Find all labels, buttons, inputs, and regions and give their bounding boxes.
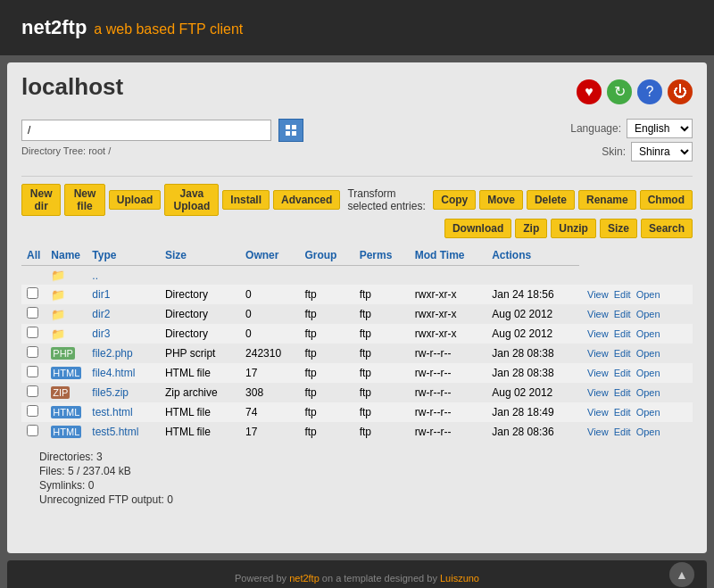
- row-checkbox[interactable]: [27, 287, 38, 299]
- action-edit-link[interactable]: Edit: [614, 368, 631, 378]
- action-open-link[interactable]: Open: [636, 407, 660, 418]
- row-icon-cell: 📁: [46, 266, 87, 286]
- action-edit-link[interactable]: Edit: [614, 427, 631, 437]
- action-edit-link[interactable]: Edit: [614, 387, 631, 398]
- language-select[interactable]: English French German: [627, 119, 693, 138]
- row-group-cell: ftp: [354, 304, 410, 324]
- file-table: All Name Type Size Owner Group Perms Mod…: [21, 245, 693, 442]
- col-name[interactable]: Name: [46, 245, 87, 266]
- action-view-link[interactable]: View: [587, 309, 609, 319]
- table-row: HTML test.html HTML file 74 ftp ftp rw-r…: [21, 402, 693, 422]
- file-link[interactable]: test.html: [92, 406, 132, 418]
- action-edit-link[interactable]: Edit: [614, 309, 631, 319]
- action-view-link[interactable]: View: [587, 427, 609, 437]
- row-icon-cell: 📁: [46, 324, 87, 344]
- action-open-link[interactable]: Open: [636, 427, 660, 437]
- row-checkbox[interactable]: [27, 405, 38, 417]
- unzip-button[interactable]: Unzip: [551, 219, 596, 238]
- action-open-link[interactable]: Open: [636, 348, 660, 359]
- action-open-link[interactable]: Open: [636, 309, 660, 319]
- action-view-link[interactable]: View: [587, 407, 609, 418]
- javaupload-button[interactable]: Java Upload: [164, 184, 219, 216]
- file-link[interactable]: file4.html: [92, 367, 135, 379]
- row-name-cell: file5.zip: [87, 383, 160, 402]
- row-actions-cell: ViewEditOpen: [579, 324, 693, 344]
- file-link[interactable]: file5.zip: [92, 386, 129, 399]
- action-edit-link[interactable]: Edit: [614, 348, 631, 359]
- row-checkbox[interactable]: [27, 307, 38, 319]
- favorites-icon[interactable]: ♥: [577, 79, 602, 104]
- help-icon[interactable]: ?: [637, 79, 662, 104]
- file-link[interactable]: ..: [92, 269, 98, 282]
- path-row: [21, 119, 303, 142]
- row-modtime-cell: Jan 28 08:38: [486, 344, 579, 363]
- path-input[interactable]: [21, 120, 271, 141]
- table-row: PHP file2.php PHP script 242310 ftp ftp …: [21, 344, 693, 363]
- file-link[interactable]: dir1: [92, 288, 110, 301]
- col-owner[interactable]: Owner: [240, 245, 299, 266]
- footer-brand[interactable]: net2ftp: [289, 573, 320, 584]
- row-checkbox[interactable]: [27, 425, 38, 436]
- row-group-cell: ftp: [354, 402, 410, 422]
- upload-button[interactable]: Upload: [109, 190, 162, 210]
- row-owner-cell: ftp: [299, 285, 353, 304]
- file-link[interactable]: dir3: [92, 327, 110, 340]
- action-view-link[interactable]: View: [587, 328, 609, 339]
- col-perms[interactable]: Perms: [354, 245, 410, 266]
- action-open-link[interactable]: Open: [636, 387, 660, 398]
- row-owner-cell: ftp: [299, 422, 353, 442]
- action-open-link[interactable]: Open: [636, 289, 660, 300]
- row-perms-cell: rwxr-xr-x: [410, 304, 486, 324]
- file-link[interactable]: test5.html: [92, 426, 138, 438]
- footer-designer[interactable]: Luiszuno: [440, 573, 479, 584]
- row-checkbox[interactable]: [27, 327, 38, 338]
- scroll-top-button[interactable]: ▲: [669, 562, 694, 587]
- row-checkbox-cell: [21, 285, 46, 304]
- row-checkbox[interactable]: [27, 346, 38, 358]
- row-group-cell: [354, 266, 410, 286]
- row-modtime-cell: Jan 28 18:49: [486, 402, 579, 422]
- action-view-link[interactable]: View: [587, 289, 609, 300]
- move-button[interactable]: Move: [479, 190, 523, 210]
- action-edit-link[interactable]: Edit: [614, 407, 631, 418]
- size-button[interactable]: Size: [600, 219, 637, 238]
- row-checkbox[interactable]: [27, 366, 38, 377]
- advanced-button[interactable]: Advanced: [273, 190, 340, 210]
- action-view-link[interactable]: View: [587, 348, 609, 359]
- logout-icon[interactable]: ⏻: [668, 79, 693, 104]
- newfile-button[interactable]: New file: [64, 184, 105, 216]
- copy-button[interactable]: Copy: [433, 190, 476, 210]
- svg-rect-2: [286, 131, 290, 136]
- row-checkbox[interactable]: [27, 385, 38, 397]
- action-edit-link[interactable]: Edit: [614, 328, 631, 339]
- chmod-button[interactable]: Chmod: [640, 190, 693, 210]
- stat-files: Files: 5 / 237.04 kB: [39, 465, 693, 477]
- file-link[interactable]: file2.php: [92, 347, 132, 360]
- col-modtime[interactable]: Mod Time: [410, 245, 486, 266]
- action-open-link[interactable]: Open: [636, 368, 660, 378]
- search-button[interactable]: Search: [641, 219, 693, 238]
- install-button[interactable]: Install: [222, 190, 270, 210]
- refresh-icon[interactable]: ↻: [607, 79, 632, 104]
- col-all[interactable]: All: [21, 245, 46, 266]
- row-size-cell: [240, 266, 299, 286]
- language-label: Language:: [570, 122, 621, 135]
- col-group[interactable]: Group: [299, 245, 353, 266]
- action-open-link[interactable]: Open: [636, 328, 660, 339]
- zip-button[interactable]: Zip: [515, 219, 547, 238]
- action-view-link[interactable]: View: [587, 368, 609, 378]
- svg-rect-0: [286, 125, 290, 129]
- row-checkbox-cell: [21, 383, 46, 402]
- newdir-button[interactable]: New dir: [21, 184, 61, 216]
- file-link[interactable]: dir2: [92, 308, 110, 320]
- rename-button[interactable]: Rename: [578, 190, 636, 210]
- col-size[interactable]: Size: [160, 245, 240, 266]
- skin-select[interactable]: Shinra Default: [631, 142, 693, 161]
- action-view-link[interactable]: View: [587, 387, 609, 398]
- col-type[interactable]: Type: [87, 245, 160, 266]
- delete-button[interactable]: Delete: [527, 190, 575, 210]
- download-button[interactable]: Download: [444, 219, 511, 238]
- path-go-button[interactable]: [278, 119, 303, 142]
- action-edit-link[interactable]: Edit: [614, 289, 631, 300]
- row-perms-cell: rwxr-xr-x: [410, 324, 486, 344]
